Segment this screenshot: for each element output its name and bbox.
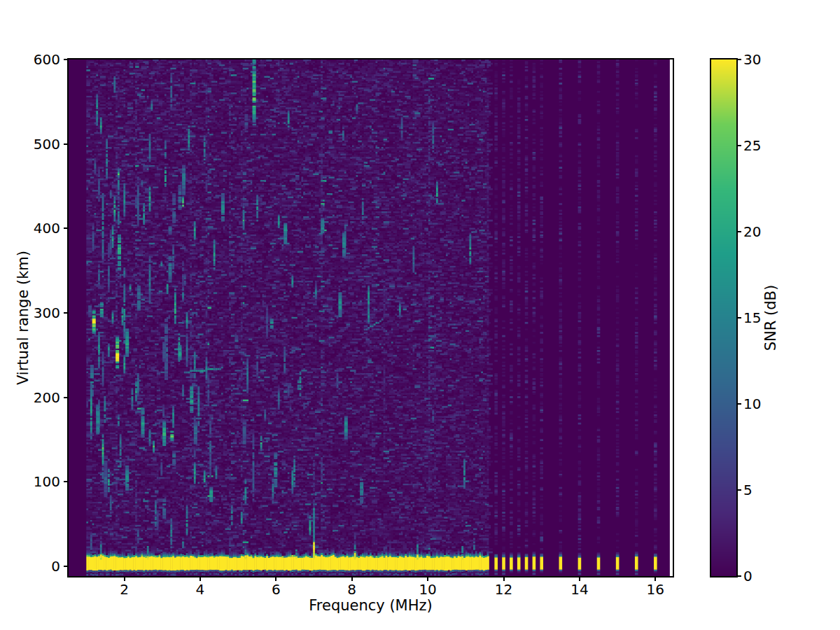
y-tick-mark (64, 144, 67, 145)
x-axis-label: Frequency (MHz) (69, 597, 673, 614)
colorbar-tick-mark (738, 575, 741, 577)
colorbar-tick-mark (738, 317, 741, 318)
y-tick-label: 500 (21, 135, 60, 153)
colorbar-tick-label: 5 (743, 481, 778, 499)
x-tick-label: 10 (407, 580, 449, 598)
x-tick-label: 6 (255, 580, 297, 598)
y-tick-mark (64, 566, 67, 567)
y-tick-label: 200 (21, 388, 60, 407)
y-tick-mark (64, 312, 67, 314)
x-tick-label: 8 (331, 580, 373, 598)
colorbar-tick-mark (738, 145, 741, 146)
colorbar-tick-label: 30 (743, 50, 778, 69)
x-tick-label: 2 (104, 580, 146, 598)
y-tick-mark (64, 397, 67, 398)
y-tick-mark (64, 59, 67, 60)
colorbar-tick-mark (738, 231, 741, 232)
colorbar-tick-label: 20 (743, 223, 778, 241)
colorbar-tick-label: 15 (743, 309, 778, 327)
colorbar-tick-label: 25 (743, 136, 778, 155)
x-tick-label: 12 (483, 580, 525, 598)
y-tick-label: 400 (21, 219, 60, 237)
ionogram-heatmap (69, 59, 673, 576)
plot-area (67, 58, 674, 578)
y-tick-mark (64, 481, 67, 482)
colorbar-tick-mark (738, 489, 741, 491)
y-tick-label: 100 (21, 472, 60, 491)
y-tick-label: 300 (21, 304, 60, 322)
x-tick-label: 14 (559, 580, 601, 598)
colorbar-gradient (711, 59, 736, 576)
colorbar (710, 58, 738, 578)
ionogram-figure: IRF Uppsala SDR Ionosonde UP158 2025-10-… (0, 0, 840, 630)
colorbar-tick-mark (738, 403, 741, 405)
colorbar-tick-mark (738, 59, 741, 60)
x-tick-label: 16 (634, 580, 676, 598)
y-tick-label: 600 (21, 50, 60, 69)
colorbar-tick-label: 0 (743, 567, 778, 585)
y-tick-mark (64, 227, 67, 229)
x-tick-label: 4 (179, 580, 221, 598)
colorbar-tick-label: 10 (743, 395, 778, 413)
y-tick-label: 0 (21, 557, 60, 575)
